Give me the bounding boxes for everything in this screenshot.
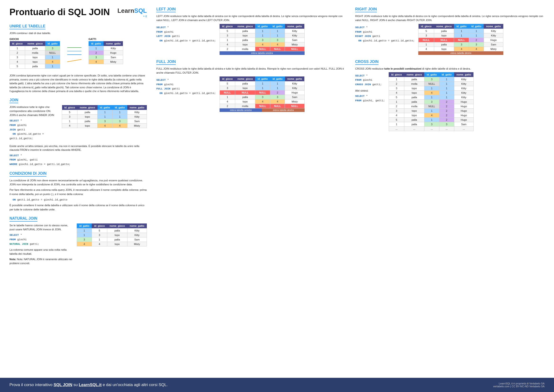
natural-result-table: id_gattoid_gioconome_gioconome_gatto 15p… (77, 224, 147, 246)
right-join-inline: SELECT * FROM giochi RIGHT JOIN gatti ON… (355, 24, 545, 55)
header: Prontuario di SQL JOIN LearnSQL • it (9, 7, 147, 18)
right-join-result: id_gioconome_giocoid_gattoid_gattonome_g… (418, 24, 503, 55)
footer-link-sql-join[interactable]: SQL JOIN (54, 383, 72, 387)
tables-container: GIOCHI id_gioco nome_gioco id_gatto 1p (9, 38, 147, 71)
join-code2: SELECT * FROM giochi, gatti WHERE giochi… (9, 153, 147, 167)
intera-destra-full: intera tabella destra (262, 108, 304, 112)
table-row: 3topo12Hugo (389, 108, 474, 113)
table-row: ............... (389, 126, 474, 131)
table-row: 1Kitty (89, 46, 123, 51)
table-row: 3topo11Kitty (419, 33, 503, 38)
full-join-code: SELECT * FROM giochi FULL JOIN gatti ON … (156, 78, 216, 96)
table-row: 3Sam (89, 55, 123, 60)
logo-sql: SQL (134, 7, 147, 14)
table-row: 2mollaNULL1Kitty (389, 81, 474, 86)
table-row: 3topo11Kitty (220, 86, 304, 91)
table-row: 2mollaNULLNULLNULL (220, 47, 304, 51)
table-row: 5palla11Kitty (62, 110, 147, 114)
footer-text1: Prova il corso interattivo (9, 383, 54, 387)
join-desc1: JOIN restituisce tutte le righe che corr… (9, 105, 58, 117)
section-join: JOIN JOIN restituisce tutte le righe che… (9, 98, 147, 167)
main-content: Prontuario di SQL JOIN LearnSQL • it UNI… (0, 0, 554, 378)
gatti-col-nome: nome_gatto (104, 41, 123, 46)
natural-content: Se le tabelle hanno colonne con lo stess… (9, 224, 147, 266)
table-row: 3topo11Kitty (220, 33, 304, 38)
logo: LearnSQL • it (117, 7, 147, 18)
giochi-table: id_gioco nome_gioco id_gatto 1palla3 2mo… (9, 41, 60, 69)
full-join-inline: SELECT * FROM giochi FULL JOIN gatti ON … (156, 77, 346, 112)
footer-text3: e dai un'occhiata agli altri corsi SQL. (102, 383, 168, 387)
table-row: 4Misty (89, 60, 123, 64)
condizioni-desc2: Per fare riferimento a una colonna nella… (9, 188, 147, 196)
logo-learn: Learn (117, 7, 134, 14)
join-text: JOIN restituisce tutte le righe che corr… (9, 105, 58, 142)
footer-right1: LearnSQL.it è proprietà di Vertabelo SA (493, 382, 545, 385)
table-row: 4topo41Kitty (389, 91, 474, 95)
table-row: 4topo44Misty (220, 99, 304, 104)
table-row: 1palla33Sam (419, 42, 503, 47)
natural-desc1: Se le tabelle hanno colonne con lo stess… (9, 224, 73, 232)
table-row: 2Hugo (89, 51, 123, 55)
intera-sinistra-full: intera tabella sinistra (220, 108, 262, 112)
cross-join-desc: CROSS JOIN restituisce tutte le possibil… (355, 67, 545, 71)
join-desc2: Esiste anche un'altra sintassi, più vecc… (9, 144, 147, 152)
table-row: 3topo11Kitty (62, 114, 147, 119)
section-natural: NATURAL JOIN Se le tabelle hanno colonne… (9, 216, 147, 266)
section-title-cross-join: CROSS JOIN (355, 60, 379, 65)
table-row: 44topoMisty (77, 242, 147, 246)
logo-it: it (145, 14, 147, 18)
footer-right: LearnSQL.it è proprietà di Vertabelo SA … (493, 382, 545, 388)
table-row: 2mollaNULLNULLNULL (220, 104, 304, 108)
join-content: JOIN restituisce tutte le righe che corr… (9, 105, 147, 142)
condizioni-code1: ON gatti.id_gatto = giochi.id_gatto (9, 198, 147, 202)
unire-desc2-text: JOIN combina tipicamente righe con valor… (9, 74, 145, 92)
right-column: LEFT JOIN LEFT JOIN restituisce tutte le… (156, 7, 545, 373)
section-unire: UNIRE LE TABELLE JOIN combina i dati di … (9, 24, 147, 93)
table-row: 3topo1 (10, 55, 60, 60)
join-code1: SELECT * FROM giochi JOIN gatti ON gioch… (9, 119, 58, 141)
natural-desc2: La colonna comune appare una sola volta … (9, 248, 73, 256)
section-left-join: LEFT JOIN LEFT JOIN restituisce tutte le… (156, 7, 346, 55)
table-row: 5palla11Kitty (389, 95, 474, 99)
table-row: NULLNULLNULL2Hugo (419, 38, 503, 42)
giochi-table-container: GIOCHI id_gioco nome_gioco id_gatto 1p (9, 38, 60, 69)
section-title-join: JOIN (9, 98, 18, 103)
table-row: NULLNULLNULL2Hugo (220, 91, 304, 95)
giochi-col-gatto: id_gatto (45, 41, 60, 46)
section-title-full-join: FULL JOIN (156, 60, 176, 65)
left-column: Prontuario di SQL JOIN LearnSQL • it UNI… (9, 7, 147, 373)
giochi-col-nome: nome_gioco (25, 41, 45, 46)
footer-right2: vertabelo.com | CC BY-NC-ND Vertabelo SA (493, 385, 545, 388)
connector (67, 38, 81, 71)
section-condizioni: CONDIZIONI DI JOIN La condizione di JOIN… (9, 171, 147, 212)
table-row: 5palla1 (10, 64, 60, 69)
condizioni-desc1: La condizione di JOIN non deve essere ne… (9, 178, 147, 187)
cross-join-result: id_gioconome_giocoid_gattoid_gattonome_g… (389, 72, 474, 131)
section-title-unire: UNIRE LE TABELLE (9, 24, 45, 29)
table-row: 31pallaSam (77, 237, 147, 242)
table-row: 5palla11Kitty (220, 81, 304, 86)
gatti-table: id_gatto nome_gatto 1Kitty 2Hugo 3Sam 4M… (89, 41, 123, 64)
table-row: 1palla31Kitty (389, 77, 474, 81)
full-join-desc: FULL JOIN restituisce tutte le righe del… (156, 67, 346, 75)
right-join-code: SELECT * FROM giochi RIGHT JOIN gatti ON… (355, 25, 415, 43)
table-row: 4topo42Hugo (389, 113, 474, 117)
logo-dot: • (143, 14, 144, 18)
left-join-inline: SELECT * FROM giochi LEFT JOIN gatti ON … (156, 24, 346, 55)
section-title-right-join: RIGHT JOIN (355, 7, 377, 12)
footer-link-learnsql[interactable]: LearnSQL.it (79, 383, 102, 387)
gatti-title: GATTI (89, 38, 123, 41)
gatti-table-container: GATTI id_gatto nome_gatto 1Kitty 2Hugo (89, 38, 123, 64)
cross-join-codes: SELECT * FROM giochi CROSS JOIN gatti; A… (355, 72, 385, 104)
left-join-code: SELECT * FROM giochi LEFT JOIN gatti ON … (156, 25, 216, 43)
table-row: 4topo44Misty (220, 42, 304, 47)
cross-join-altri: Altri sintesi: (355, 89, 385, 93)
unire-desc2: JOIN combina tipicamente righe con valor… (9, 74, 147, 93)
join-result-table: id_gioconome_giocoid_gattoid_gattonome_g… (62, 105, 147, 128)
table-row: 1palla33Sam (220, 95, 304, 99)
unire-desc1: JOIN combina i dati di due tabelle. (9, 31, 147, 35)
table-row: 1palla3 (10, 46, 60, 51)
footer: Prova il corso interattivo SQL JOIN su L… (0, 378, 554, 392)
intera-destra-right: intera tabella destra (418, 51, 503, 55)
section-right-join: RIGHT JOIN RIGHT JOIN restituisce tutte … (355, 7, 545, 55)
